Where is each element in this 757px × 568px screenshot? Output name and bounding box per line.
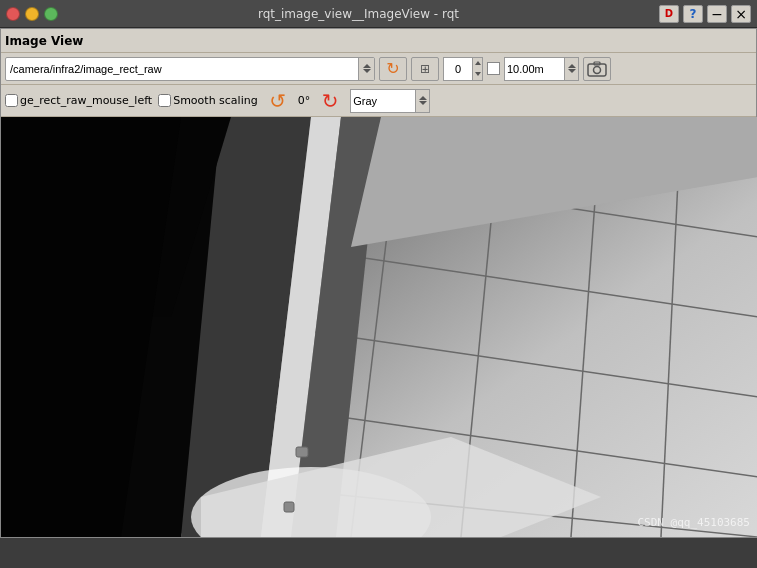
svg-marker-0 — [475, 61, 481, 65]
mouse-left-checkbox[interactable]: ge_rect_raw_mouse_left — [5, 94, 152, 107]
titlebar-icons: D ? − × — [659, 5, 751, 23]
time-input[interactable] — [505, 63, 564, 75]
color-mode-combo[interactable]: Gray Autumn Bone Jet Winter Rainbow — [350, 89, 430, 113]
maximize-button[interactable] — [44, 7, 58, 21]
time-up-icon — [568, 64, 576, 68]
zoom-fit-checkbox[interactable] — [487, 62, 500, 75]
refresh-button[interactable]: ↻ — [379, 57, 407, 81]
time-down-icon — [568, 69, 576, 73]
zoom-spin-arrows — [472, 58, 482, 80]
combo-up-arrow-icon — [363, 64, 371, 68]
screenshot-button[interactable] — [583, 57, 611, 81]
menubar-label: Image View — [5, 34, 83, 48]
zoom-spinbox[interactable] — [443, 57, 483, 81]
rotate-right-button[interactable]: ↻ — [316, 87, 344, 115]
window-close-icon[interactable]: × — [731, 5, 751, 23]
zoom-checkbox-box[interactable] — [487, 62, 500, 75]
up-arrow-icon — [475, 61, 481, 65]
rotate-left-icon: ↺ — [269, 89, 286, 113]
minimize-button[interactable] — [25, 7, 39, 21]
topic-combo-arrow[interactable] — [358, 58, 374, 80]
topic-input[interactable] — [6, 63, 358, 75]
main-window: Image View ↻ ⊞ — [0, 28, 757, 538]
rotate-right-icon: ↻ — [322, 89, 339, 113]
zoom-spin-down[interactable] — [473, 69, 482, 80]
help-icon[interactable]: ? — [683, 5, 703, 23]
svg-point-3 — [594, 66, 601, 73]
svg-rect-23 — [296, 447, 308, 457]
color-up-icon — [419, 96, 427, 100]
image-display: CSDN @qq_45103685 — [1, 117, 757, 537]
watermark: CSDN @qq_45103685 — [637, 516, 750, 529]
screenshot-icon — [587, 61, 607, 77]
color-mode-select[interactable]: Gray Autumn Bone Jet Winter Rainbow — [351, 95, 415, 107]
plugin-icon[interactable]: D — [659, 5, 679, 23]
menubar: Image View — [1, 29, 756, 53]
svg-marker-1 — [475, 72, 481, 76]
smooth-scaling-checkbox-input[interactable] — [158, 94, 171, 107]
close-button[interactable] — [6, 7, 20, 21]
topic-combo[interactable] — [5, 57, 375, 81]
color-down-icon — [419, 101, 427, 105]
smooth-scaling-label: Smooth scaling — [173, 94, 258, 107]
window-buttons — [6, 7, 58, 21]
mouse-left-label: ge_rect_raw_mouse_left — [20, 94, 152, 107]
zoom-fit-button[interactable]: ⊞ — [411, 57, 439, 81]
combo-down-arrow-icon — [363, 69, 371, 73]
zoom-input[interactable] — [444, 63, 472, 75]
titlebar: rqt_image_view__ImageView - rqt D ? − × — [0, 0, 757, 28]
time-combo-arrow[interactable] — [564, 58, 578, 80]
zoom-spin-up[interactable] — [473, 58, 482, 69]
angle-display: 0° — [298, 94, 311, 107]
dash-icon[interactable]: − — [707, 5, 727, 23]
refresh-icon: ↻ — [386, 59, 399, 78]
down-arrow-icon — [475, 72, 481, 76]
rotate-left-button[interactable]: ↺ — [264, 87, 292, 115]
time-combo[interactable] — [504, 57, 579, 81]
smooth-scaling-checkbox[interactable]: Smooth scaling — [158, 94, 258, 107]
color-combo-arrow[interactable] — [415, 90, 429, 112]
camera-image — [1, 117, 757, 537]
window-title: rqt_image_view__ImageView - rqt — [64, 7, 653, 21]
mouse-left-checkbox-input[interactable] — [5, 94, 18, 107]
svg-rect-24 — [284, 502, 294, 512]
toolbar1: ↻ ⊞ — [1, 53, 756, 85]
toolbar2: ge_rect_raw_mouse_left Smooth scaling ↺ … — [1, 85, 756, 117]
